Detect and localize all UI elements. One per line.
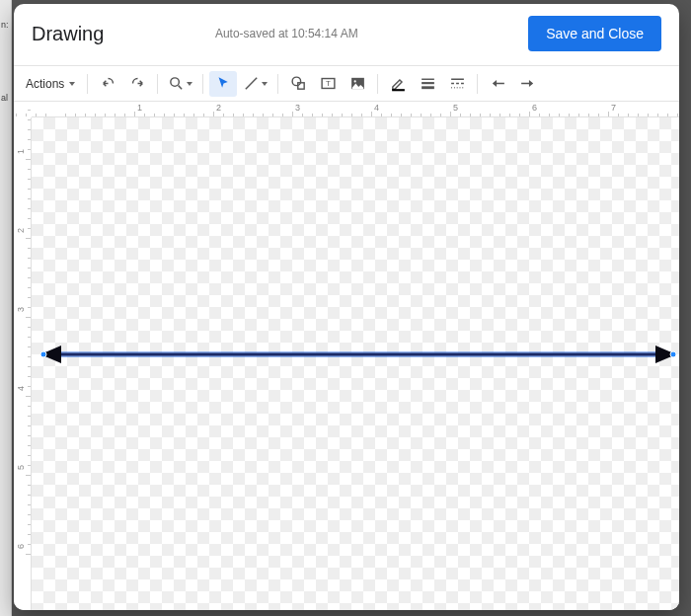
line-end-button[interactable] — [513, 71, 541, 97]
line-icon — [243, 75, 260, 92]
zoom-icon — [168, 75, 185, 92]
line-dash-button[interactable] — [443, 71, 471, 97]
drawing-canvas[interactable] — [32, 117, 679, 610]
dropdown-caret-icon — [69, 82, 75, 86]
undo-icon — [100, 75, 116, 92]
dialog-header: Drawing Auto-saved at 10:54:14 AM Save a… — [14, 4, 679, 66]
background-context: n: al — [0, 0, 12, 616]
toolbar-separator — [87, 74, 88, 94]
line-start-button[interactable] — [484, 71, 511, 97]
shape-tool-button[interactable] — [284, 71, 312, 97]
line-color-button[interactable] — [384, 71, 412, 97]
svg-text:T: T — [326, 79, 331, 88]
line-dash-icon — [449, 75, 466, 92]
svg-rect-9 — [392, 89, 405, 91]
svg-point-0 — [171, 78, 180, 87]
svg-line-2 — [246, 78, 257, 89]
svg-rect-10 — [422, 79, 434, 80]
svg-line-1 — [179, 86, 183, 90]
ruler-horizontal: 12345678 — [32, 102, 679, 117]
textbox-icon: T — [320, 75, 337, 92]
arrow-start-icon — [490, 75, 506, 92]
selection-handle-end[interactable] — [670, 351, 677, 358]
undo-button[interactable] — [94, 71, 121, 97]
zoom-button[interactable] — [164, 71, 196, 97]
dropdown-caret-icon — [187, 82, 192, 86]
svg-rect-12 — [422, 86, 434, 89]
toolbar-separator — [477, 74, 478, 94]
svg-rect-11 — [422, 82, 434, 84]
save-and-close-button[interactable]: Save and Close — [528, 16, 661, 51]
arrow-end-icon — [519, 75, 536, 92]
shape-icon — [290, 75, 307, 92]
svg-point-3 — [292, 77, 301, 86]
selection-handle-start[interactable] — [40, 351, 47, 358]
line-tool-button[interactable] — [239, 71, 271, 97]
svg-rect-4 — [298, 83, 304, 89]
toolbar: Actions T — [14, 66, 679, 102]
toolbar-separator — [202, 74, 203, 94]
dropdown-caret-icon — [262, 82, 268, 86]
line-weight-button[interactable] — [414, 71, 441, 97]
cursor-icon — [215, 75, 232, 92]
toolbar-separator — [377, 74, 378, 94]
actions-menu-button[interactable]: Actions — [20, 71, 81, 97]
textbox-tool-button[interactable]: T — [314, 71, 342, 97]
image-icon — [349, 75, 366, 92]
image-tool-button[interactable] — [344, 71, 371, 97]
drawing-dialog: Drawing Auto-saved at 10:54:14 AM Save a… — [14, 4, 679, 610]
actions-menu-label: Actions — [26, 77, 64, 91]
ruler-vertical: 123456 — [14, 117, 32, 610]
toolbar-separator — [157, 74, 158, 94]
redo-button[interactable] — [123, 71, 151, 97]
canvas-area: 12345678 123456 — [14, 102, 679, 610]
select-tool-button[interactable] — [209, 71, 237, 97]
drawn-shape[interactable] — [32, 117, 679, 610]
toolbar-separator — [277, 74, 278, 94]
svg-point-8 — [353, 80, 355, 82]
autosave-status: Auto-saved at 10:54:14 AM — [44, 27, 528, 40]
redo-icon — [129, 75, 146, 92]
line-weight-icon — [420, 75, 436, 92]
pen-icon — [390, 75, 407, 92]
